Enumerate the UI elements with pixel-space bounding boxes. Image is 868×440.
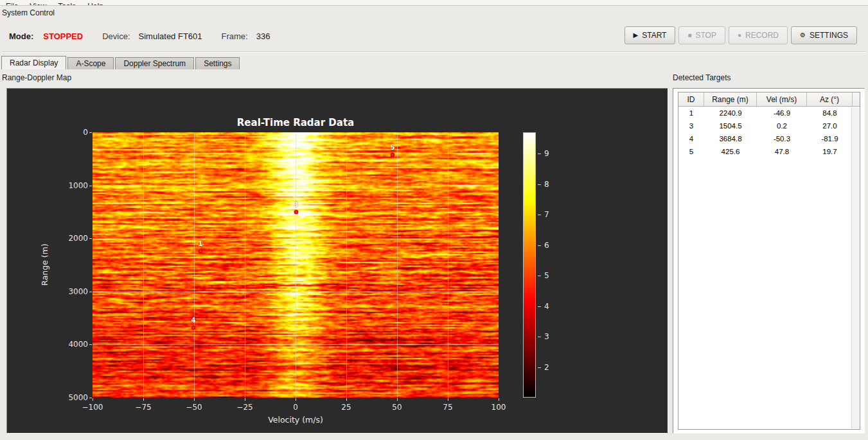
x-tick-label: 25	[341, 403, 351, 412]
colorbar-tick-label: 2	[544, 363, 549, 372]
mode-label: Mode:	[9, 31, 33, 41]
target-marker-label: 5	[391, 144, 395, 151]
frame-label: Frame:	[222, 31, 248, 41]
x-tick-label: 50	[392, 403, 402, 412]
x-tickmark	[245, 398, 245, 401]
column-header-2[interactable]: Vel (m/s)	[757, 92, 807, 106]
table-row[interactable]: 31504.50.227.0	[678, 119, 860, 132]
x-tick-label: −75	[135, 403, 151, 412]
y-tickmark	[89, 398, 92, 398]
cell: 1	[678, 107, 704, 119]
system-control-group: Mode: STOPPED Device: Simulated FT601 Fr…	[2, 19, 866, 52]
range-doppler-heatmap[interactable]	[93, 132, 499, 398]
colorbar-tick-label: 4	[544, 302, 549, 311]
plot-title: Real-Time Radar Data	[93, 117, 499, 128]
device-label: Device:	[102, 31, 130, 41]
colorbar-tick-label: 8	[544, 180, 549, 189]
colorbar-tickmark	[538, 215, 541, 215]
detected-targets-title: Detected Targets	[673, 73, 731, 82]
range-doppler-plot-panel: Real-Time Radar Data 1345 Velocity (m/s)…	[6, 88, 668, 434]
y-tick-label: 2000	[68, 234, 88, 243]
menu-item-help[interactable]: Help	[82, 2, 109, 6]
cell: 19.7	[807, 145, 853, 158]
column-header-1[interactable]: Range (m)	[704, 92, 757, 106]
column-header-3[interactable]: Az (°)	[807, 92, 853, 106]
window-footer	[0, 434, 868, 440]
target-marker-1[interactable]	[198, 249, 202, 254]
cell: 47.8	[757, 145, 807, 158]
table-row[interactable]: 43684.8-50.3-81.9	[678, 132, 860, 145]
cell: 5	[678, 145, 704, 158]
status-row: Mode: STOPPED Device: Simulated FT601 Fr…	[9, 26, 270, 46]
y-axis-label: Range (m)	[40, 243, 49, 286]
cell: 425.6	[704, 145, 757, 158]
x-tick-label: −50	[186, 403, 202, 412]
cell: -50.3	[757, 132, 807, 145]
colorbar-tick-label: 9	[544, 149, 549, 158]
colorbar-tick-label: 7	[544, 210, 549, 219]
x-tick-label: 0	[293, 403, 298, 412]
cell: 3684.8	[704, 132, 757, 145]
column-header-filler	[853, 92, 860, 106]
colorbar-tickmark	[538, 154, 541, 154]
cell: 2240.9	[704, 107, 757, 119]
x-tickmark	[397, 398, 398, 401]
target-marker-label: 1	[198, 240, 202, 247]
x-tickmark	[194, 398, 195, 401]
y-tick-label: 5000	[68, 393, 88, 402]
tab-a-scope[interactable]: A-Scope	[67, 57, 114, 69]
menu-bar: FileViewToolsHelp	[0, 0, 868, 6]
cell: 1504.5	[704, 119, 757, 132]
x-tickmark	[346, 398, 347, 401]
target-marker-label: 4	[191, 317, 196, 324]
colorbar	[523, 132, 536, 398]
table-row[interactable]: 5425.647.819.7	[678, 145, 860, 158]
y-tickmark	[89, 292, 92, 292]
detected-targets-panel: IDRange (m)Vel (m/s)Az (°) 12240.9-46.98…	[673, 88, 865, 434]
stop-button: ■STOP	[678, 26, 725, 44]
settings-button-label: SETTINGS	[810, 31, 848, 40]
y-tickmark	[89, 238, 92, 239]
y-tickmark	[89, 186, 92, 186]
target-marker-3[interactable]	[294, 210, 298, 215]
y-tickmark	[89, 344, 92, 345]
record-button-label: RECORD	[745, 31, 779, 40]
stop-button-label: STOP	[695, 31, 716, 40]
colorbar-tickmark	[538, 276, 541, 276]
colorbar-tickmark	[538, 367, 541, 368]
y-tick-label: 1000	[68, 181, 88, 190]
mode-value: STOPPED	[43, 31, 83, 41]
targets-table[interactable]: IDRange (m)Vel (m/s)Az (°) 12240.9-46.98…	[678, 92, 860, 430]
target-marker-5[interactable]	[391, 153, 395, 157]
record-button: ●RECORD	[729, 26, 788, 44]
y-tick-label: 3000	[68, 287, 88, 296]
cell: 27.0	[807, 119, 853, 132]
cell: -46.9	[757, 107, 807, 119]
menu-item-tools[interactable]: Tools	[52, 2, 82, 6]
heatmap-axes[interactable]: 1345	[93, 132, 499, 398]
stop-icon: ■	[687, 32, 691, 39]
target-marker-4[interactable]	[191, 326, 196, 330]
table-row[interactable]: 12240.9-46.984.8	[678, 107, 860, 119]
colorbar-tick-label: 3	[544, 332, 549, 341]
targets-table-scrollbar[interactable]	[851, 107, 859, 428]
range-doppler-map-title: Range-Doppler Map	[2, 73, 71, 82]
start-button[interactable]: ▶START	[624, 26, 676, 44]
start-button-label: START	[642, 31, 666, 40]
x-tickmark	[143, 398, 144, 401]
cell: 0.2	[757, 119, 807, 132]
tab-radar-display[interactable]: Radar Display	[1, 56, 66, 69]
menu-item-file[interactable]: File	[0, 2, 24, 6]
y-tick-label: 4000	[68, 340, 88, 349]
system-control-title: System Control	[2, 8, 55, 17]
x-axis-label: Velocity (m/s)	[93, 415, 499, 425]
x-tickmark	[93, 398, 93, 401]
menu-item-view[interactable]: View	[24, 2, 52, 6]
x-tickmark	[499, 398, 499, 401]
tab-settings[interactable]: Settings	[195, 57, 240, 69]
tab-doppler-spectrum[interactable]: Doppler Spectrum	[115, 57, 194, 69]
colorbar-tick-label: 6	[544, 241, 549, 250]
column-header-0[interactable]: ID	[678, 92, 704, 106]
cell: 4	[678, 132, 704, 145]
settings-button[interactable]: ⚙SETTINGS	[791, 26, 857, 44]
